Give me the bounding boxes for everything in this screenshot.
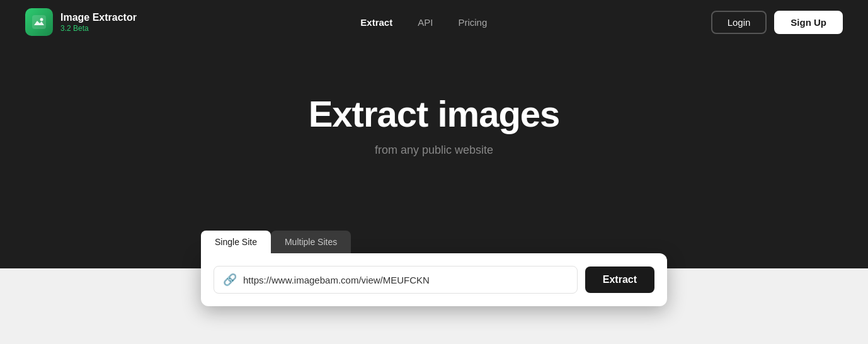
tab-multiple-sites[interactable]: Multiple Sites [271, 231, 351, 253]
logo-text: Image Extractor 3.2 Beta [60, 11, 137, 32]
login-button[interactable]: Login [711, 11, 767, 34]
logo-name: Image Extractor [60, 11, 137, 23]
header-actions: Login Sign Up [711, 11, 843, 34]
nav-extract[interactable]: Extract [360, 17, 392, 28]
hero-section: Extract images from any public website S… [0, 44, 868, 268]
logo-icon [25, 8, 53, 36]
svg-point-1 [40, 18, 43, 21]
signup-button[interactable]: Sign Up [774, 11, 843, 34]
header: Image Extractor 3.2 Beta Extract API Pri… [0, 0, 868, 44]
nav-pricing[interactable]: Pricing [458, 17, 487, 28]
search-card: 🔗 Extract [201, 253, 667, 306]
extract-button[interactable]: Extract [585, 267, 654, 293]
svg-rect-0 [32, 15, 46, 29]
logo-area: Image Extractor 3.2 Beta [25, 8, 137, 36]
tab-row: Single Site Multiple Sites [201, 231, 667, 253]
hero-subtitle: from any public website [375, 144, 493, 157]
url-input[interactable] [243, 275, 568, 285]
main-nav: Extract API Pricing [360, 17, 487, 28]
search-card-wrapper: Single Site Multiple Sites 🔗 Extract [201, 231, 667, 306]
tab-single-site[interactable]: Single Site [201, 231, 271, 253]
logo-version: 3.2 Beta [60, 24, 137, 33]
hero-title: Extract images [309, 93, 560, 135]
nav-api[interactable]: API [418, 17, 433, 28]
link-icon: 🔗 [223, 273, 237, 287]
url-input-wrapper: 🔗 [214, 266, 578, 294]
